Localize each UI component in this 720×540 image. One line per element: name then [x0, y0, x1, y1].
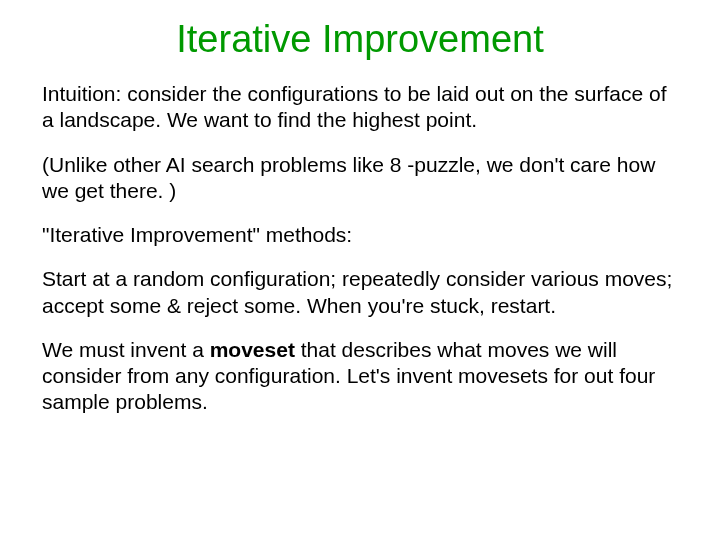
intuition-paragraph: Intuition: consider the configurations t…: [42, 81, 678, 134]
contrast-paragraph: (Unlike other AI search problems like 8 …: [42, 152, 678, 205]
moveset-term: moveset: [210, 338, 295, 361]
moveset-pre: We must invent a: [42, 338, 210, 361]
procedure-paragraph: Start at a random configuration; repeate…: [42, 266, 678, 319]
slide-title: Iterative Improvement: [42, 18, 678, 61]
methods-label: "Iterative Improvement" methods:: [42, 222, 678, 248]
moveset-paragraph: We must invent a moveset that describes …: [42, 337, 678, 416]
